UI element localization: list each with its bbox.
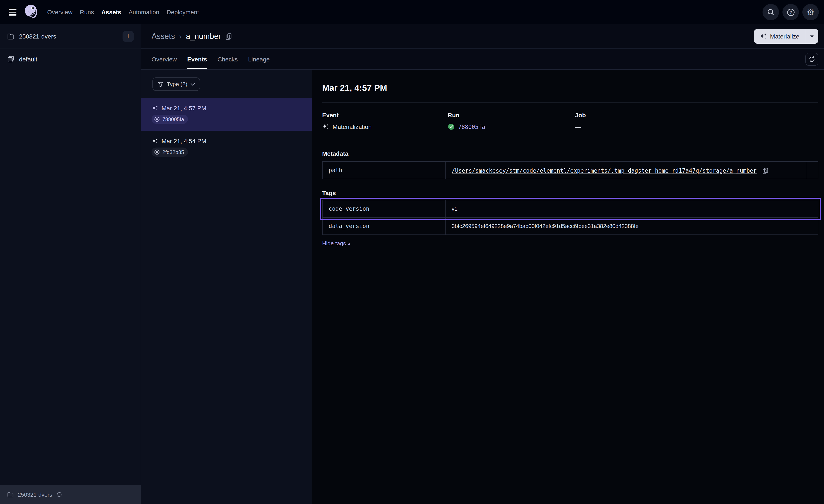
- event-detail-title: Mar 21, 4:57 PM: [322, 83, 818, 93]
- materialize-button[interactable]: Materialize: [754, 29, 805, 44]
- event-timestamp-row: Mar 21, 4:54 PM: [151, 138, 312, 144]
- nav-automation[interactable]: Automation: [129, 9, 159, 16]
- metadata-table: path /Users/smackesey/stm/code/elementl/…: [322, 161, 818, 179]
- tag-key: code_version: [322, 200, 445, 217]
- tag-key: data_version: [322, 217, 445, 235]
- page-title: a_number: [186, 32, 221, 41]
- job-column: Job —: [575, 112, 818, 130]
- run-column: Run 788005fa: [448, 112, 575, 130]
- tags-table-wrapper: code_version v1 data_version 3bfc269594e…: [322, 200, 818, 235]
- help-button[interactable]: ?: [783, 4, 799, 20]
- sidebar-item-code-location[interactable]: 250321-dvers 1: [0, 24, 141, 48]
- help-icon: ?: [786, 8, 795, 17]
- metadata-extra-cell: [807, 161, 818, 179]
- nav-runs[interactable]: Runs: [80, 9, 94, 16]
- sparkle-icon: [760, 33, 767, 40]
- materialization-icon: [151, 105, 158, 111]
- tag-value: 3bfc269594ef649228e9a74bab00f042efc91d5a…: [445, 217, 818, 235]
- asset-group-icon: [7, 55, 15, 63]
- materialize-label: Materialize: [770, 33, 799, 40]
- folder-icon: [7, 491, 14, 498]
- sidebar-item-label: 250321-dvers: [19, 33, 56, 39]
- viewport: Overview Runs Assets Automation Deployme…: [0, 0, 824, 504]
- caret-down-icon: [810, 35, 814, 37]
- asset-tabs: Overview Events Checks Lineage: [141, 49, 824, 70]
- hamburger-menu-icon[interactable]: [5, 5, 20, 19]
- metadata-key: path: [322, 161, 445, 179]
- settings-button[interactable]: ⚙: [802, 4, 819, 20]
- detail-divider: [322, 102, 818, 103]
- top-nav: Overview Runs Assets Automation Deployme…: [0, 0, 824, 24]
- gear-icon: ⚙: [807, 8, 815, 16]
- materialization-icon: [322, 123, 329, 130]
- run-id-link[interactable]: 788005fa: [458, 124, 485, 130]
- success-check-icon: [448, 123, 455, 130]
- breadcrumb-assets-link[interactable]: Assets: [151, 32, 175, 41]
- svg-text:?: ?: [789, 10, 792, 14]
- event-list-item[interactable]: Mar 21, 4:57 PM 788005fa: [141, 98, 312, 131]
- hide-tags-link[interactable]: Hide tags ▴: [322, 240, 350, 247]
- tab-lineage[interactable]: Lineage: [248, 49, 270, 69]
- footer-code-location-label: 250321-dvers: [18, 491, 52, 498]
- sidebar: 250321-dvers 1 default 2: [0, 24, 141, 504]
- event-timestamp: Mar 21, 4:54 PM: [162, 138, 206, 144]
- table-row: path /Users/smackesey/stm/code/elementl/…: [322, 161, 818, 179]
- search-icon: [766, 8, 775, 16]
- tab-checks[interactable]: Checks: [218, 49, 238, 69]
- type-filter-label: Type (2): [167, 81, 187, 87]
- run-column-label: Run: [448, 112, 575, 119]
- copy-asset-name-icon[interactable]: [225, 33, 232, 40]
- metadata-path-link[interactable]: /Users/smackesey/stm/code/elementl/exper…: [451, 167, 757, 174]
- events-content: Type (2) Mar 21, 4:57 PM: [141, 70, 824, 504]
- job-value: —: [575, 123, 581, 130]
- job-column-label: Job: [575, 112, 818, 119]
- nav-deployment[interactable]: Deployment: [167, 9, 199, 16]
- nav-assets[interactable]: Assets: [101, 9, 121, 16]
- event-list-panel: Type (2) Mar 21, 4:57 PM: [141, 70, 312, 504]
- run-status-icon: [154, 116, 160, 122]
- event-timestamp-row: Mar 21, 4:57 PM: [151, 105, 312, 112]
- refresh-button[interactable]: [805, 53, 818, 66]
- run-id-pill[interactable]: 2fd32b85: [151, 147, 188, 157]
- type-filter-button[interactable]: Type (2): [152, 78, 200, 91]
- reload-icon[interactable]: [56, 491, 62, 498]
- materialize-dropdown-button[interactable]: [805, 29, 818, 44]
- materialize-split-button: Materialize: [754, 29, 818, 44]
- breadcrumb-separator: ›: [179, 32, 182, 40]
- run-status-icon: [154, 149, 160, 155]
- run-id-label: 2fd32b85: [163, 149, 184, 155]
- refresh-icon: [808, 56, 815, 63]
- folder-icon: [7, 32, 15, 40]
- primary-nav: Overview Runs Assets Automation Deployme…: [47, 9, 199, 16]
- metadata-heading: Metadata: [322, 150, 818, 157]
- filter-icon: [158, 81, 164, 87]
- run-id-pill[interactable]: 788005fa: [151, 115, 188, 124]
- tags-heading: Tags: [322, 190, 818, 197]
- asset-count-badge: 1: [122, 30, 134, 42]
- table-row: code_version v1: [322, 200, 818, 217]
- event-list-item[interactable]: Mar 21, 4:54 PM 2fd32b85: [141, 131, 312, 163]
- event-timestamp: Mar 21, 4:57 PM: [162, 105, 206, 112]
- tab-overview[interactable]: Overview: [151, 49, 177, 69]
- asset-page-header: Assets › a_number Materialize: [141, 24, 824, 49]
- main-panel: Assets › a_number Materialize: [141, 24, 824, 504]
- chevron-down-icon: [190, 83, 195, 86]
- sidebar-footer-code-location[interactable]: 250321-dvers: [0, 485, 141, 504]
- event-type-label: Materialization: [332, 123, 372, 130]
- hide-tags-label: Hide tags: [322, 240, 346, 247]
- event-column-label: Event: [322, 112, 448, 119]
- caret-up-icon: ▴: [348, 241, 350, 246]
- tab-events[interactable]: Events: [187, 49, 207, 69]
- run-id-label: 788005fa: [163, 116, 184, 122]
- dagster-logo-icon[interactable]: [23, 3, 39, 22]
- materialization-icon: [151, 138, 158, 144]
- nav-overview[interactable]: Overview: [47, 9, 73, 16]
- copy-path-icon[interactable]: [762, 167, 768, 174]
- tags-table: code_version v1 data_version 3bfc269594e…: [322, 200, 818, 235]
- search-button[interactable]: [762, 4, 779, 20]
- topnav-actions: ? ⚙: [762, 4, 819, 20]
- sidebar-item-default-group[interactable]: default: [0, 48, 141, 70]
- tag-value: v1: [445, 200, 818, 217]
- table-row: data_version 3bfc269594ef649228e9a74bab0…: [322, 217, 818, 235]
- event-summary-grid: Event Materialization Run 788005fa: [322, 112, 818, 130]
